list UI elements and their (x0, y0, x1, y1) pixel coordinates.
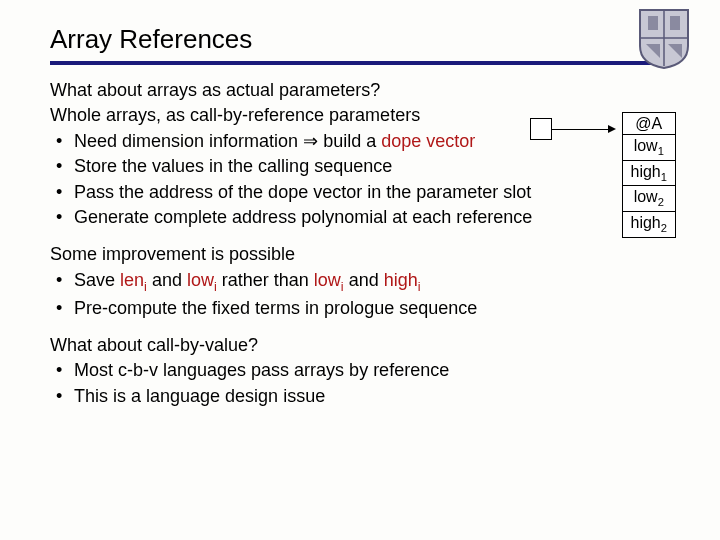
title-rule (50, 61, 670, 65)
block2-lead: Some improvement is possible (50, 243, 670, 266)
block1-item4: Generate complete address polynomial at … (52, 206, 670, 229)
dope-cell-high1: high1 (622, 160, 675, 186)
block1-item2: Store the values in the calling sequence (52, 155, 670, 178)
svg-rect-2 (648, 16, 658, 30)
block-whole-arrays: Whole arrays, as call-by-reference param… (50, 104, 670, 229)
intro-text: What about arrays as actual parameters? (50, 79, 670, 102)
dope-cell-addr: @A (622, 113, 675, 135)
block2-item1: Save leni and lowi rather than lowi and … (52, 269, 670, 295)
pointer-box-icon (530, 118, 552, 140)
svg-rect-3 (670, 16, 680, 30)
block3-lead: What about call-by-value? (50, 334, 670, 357)
crest-logo (638, 8, 690, 70)
block2-item2: Pre-compute the fixed terms in prologue … (52, 297, 670, 320)
block-improvement: Some improvement is possible Save leni a… (50, 243, 670, 320)
block3-item2: This is a language design issue (52, 385, 670, 408)
block-cbv: What about call-by-value? Most c-b-v lan… (50, 334, 670, 408)
dope-cell-low2: low2 (622, 186, 675, 212)
dope-cell-low1: low1 (622, 135, 675, 161)
dope-cell-high2: high2 (622, 212, 675, 238)
block3-item1: Most c-b-v languages pass arrays by refe… (52, 359, 670, 382)
dope-vector-table: @A low1 high1 low2 high2 (622, 112, 676, 238)
arrow-head-icon (608, 125, 616, 133)
block1-item1: Need dimension information ⇒ build a dop… (52, 130, 670, 153)
slide-title: Array References (50, 24, 670, 55)
block1-item3: Pass the address of the dope vector in t… (52, 181, 670, 204)
dope-vector-term: dope vector (381, 131, 475, 151)
arrow-line-icon (552, 129, 610, 130)
block1-lead: Whole arrays, as call-by-reference param… (50, 104, 670, 127)
